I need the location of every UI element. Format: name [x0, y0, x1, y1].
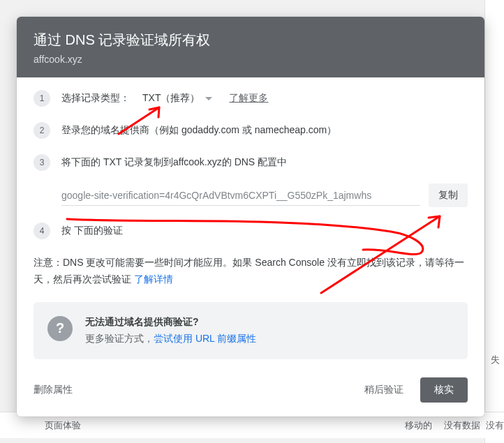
- dns-note-text: 注意：DNS 更改可能需要一些时间才能应用。如果 Search Console …: [34, 257, 464, 285]
- bg-cell-nodata: 没有数据: [444, 419, 480, 432]
- record-type-dropdown[interactable]: TXT（推荐）: [142, 92, 212, 105]
- step-2-text: 登录您的域名提供商（例如 godaddy.com 或 namecheap.com…: [61, 124, 336, 137]
- alt-verify-heading: 无法通过域名提供商验证?: [85, 316, 256, 329]
- step-3-text: 将下面的 TXT 记录复制到affcook.xyz的 DNS 配置中: [61, 156, 287, 169]
- verify-later-button[interactable]: 稍后验证: [353, 378, 415, 402]
- step-badge-1: 1: [34, 90, 50, 107]
- learn-more-link[interactable]: 了解更多: [229, 92, 268, 105]
- bg-col-header: 失: [491, 354, 500, 366]
- step-4-text: 按 下面的验证: [61, 225, 123, 237]
- verify-button[interactable]: 核实: [420, 377, 468, 403]
- dialog-header: 通过 DNS 记录验证域所有权 affcook.xyz: [17, 17, 484, 77]
- txt-record-row: 复制: [61, 183, 468, 207]
- url-prefix-link[interactable]: 尝试使用 URL 前缀属性: [154, 333, 256, 344]
- background-right-column: 失: [484, 0, 504, 443]
- step-badge-4: 4: [34, 223, 50, 239]
- step-2: 2 登录您的域名提供商（例如 godaddy.com 或 namecheap.c…: [34, 122, 468, 139]
- question-icon: ?: [47, 316, 73, 341]
- bg-cell-page-experience: 页面体验: [45, 419, 81, 432]
- dialog-body: 1 选择记录类型： TXT（推荐） 了解更多 2 登录您的域名提供商（例如 go…: [17, 77, 484, 366]
- record-type-value: TXT（推荐）: [142, 92, 200, 105]
- bg-cell-mobile: 移动的: [405, 419, 432, 432]
- copy-button[interactable]: 复制: [429, 183, 468, 207]
- step-1: 1 选择记录类型： TXT（推荐） 了解更多: [34, 90, 468, 107]
- dialog-domain: affcook.xyz: [34, 54, 468, 65]
- dns-note-link[interactable]: 了解详情: [134, 273, 173, 285]
- bg-cell-nodata2: 没有: [486, 419, 504, 432]
- step-4: 4 按 下面的验证: [34, 223, 468, 239]
- dialog-title: 通过 DNS 记录验证域所有权: [34, 31, 468, 50]
- alt-verify-text: 更多验证方式，: [85, 333, 154, 344]
- step-3: 3 将下面的 TXT 记录复制到affcook.xyz的 DNS 配置中: [34, 154, 468, 171]
- dialog-footer: 删除属性 稍后验证 核实: [17, 366, 484, 416]
- txt-record-field[interactable]: [61, 186, 420, 206]
- record-type-label: 选择记录类型：: [61, 92, 130, 105]
- step-badge-2: 2: [34, 122, 50, 139]
- delete-property-link[interactable]: 删除属性: [34, 384, 73, 396]
- step-badge-3: 3: [34, 154, 50, 171]
- verify-dns-dialog: 通过 DNS 记录验证域所有权 affcook.xyz 1 选择记录类型： TX…: [17, 17, 484, 416]
- alt-verify-card: ? 无法通过域名提供商验证? 更多验证方式，尝试使用 URL 前缀属性: [34, 302, 468, 359]
- dns-note: 注意：DNS 更改可能需要一些时间才能应用。如果 Search Console …: [34, 255, 468, 288]
- chevron-down-icon: [205, 97, 212, 100]
